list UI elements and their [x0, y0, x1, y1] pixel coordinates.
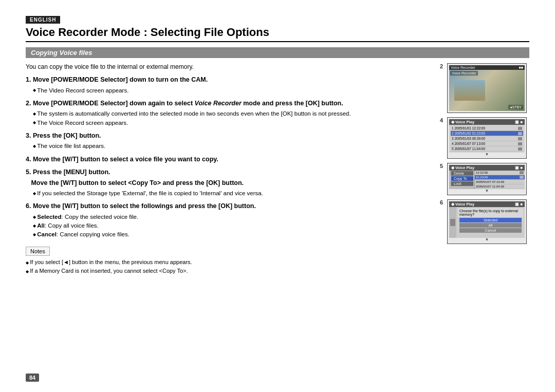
screen-5-title: ◆ Voice Play: [451, 165, 474, 170]
menu-file-3-date: 2005/01/07 07:13:00: [476, 180, 504, 183]
step-1-title: 1. Move [POWER/MODE Selector] down to tu…: [26, 76, 437, 85]
step-5-subtitle: Move the [W/T] button to select <Copy To…: [26, 179, 437, 188]
screen-5-scrollarrow: ▼: [449, 189, 525, 193]
screen-5-box: ◆ Voice Play ▣ ■ Delete Copy To Lock 12:…: [447, 163, 527, 195]
screen-6-btn-cancel: Cancel: [459, 228, 522, 233]
step-5-bullet-1: If you selected the Storage type 'Extern…: [33, 189, 437, 198]
screen-6-sd-icon: [450, 219, 455, 226]
step-3-bullets: The voice file list appears.: [26, 142, 437, 151]
section-heading: Copying Voice files: [26, 47, 529, 58]
step-5-title: 5. Press the [MENU] button.: [26, 168, 437, 177]
step-1-bullets: The Video Record screen appears.: [26, 86, 437, 95]
language-badge: ENGLISH: [26, 16, 60, 24]
screen-2-mode: Voice Recorder: [451, 66, 475, 69]
screen-2-number: 2: [440, 63, 443, 69]
screen-4-icons: ▣ ■: [515, 120, 523, 124]
menu-copyto: Copy To: [450, 176, 473, 181]
step-6-bullet-3: Cancel: Cancel copying voice files.: [33, 230, 437, 239]
screen-4: 4 ◆ Voice Play ▣ ■ 1 2005/01/01 12:22:00…: [447, 117, 529, 159]
screen-6-title: ◆ Voice Play: [451, 202, 474, 207]
left-column: You can copy the voice file to the inter…: [26, 63, 437, 276]
menu-file-4-date: 2005/01/07 11:04:00: [476, 185, 504, 188]
file-3-date: 3 2005/01/03 06:39:00: [452, 137, 485, 140]
step-6-bullet-1: Selected: Copy the selected voice file.: [33, 213, 437, 221]
screen-5-icons: ▣ ■: [515, 165, 523, 170]
step-4: 4. Move the [W/T] button to select a voi…: [26, 155, 437, 164]
step-1-bullet-1: The Video Record screen appears.: [33, 86, 437, 95]
file-3-icon: [518, 137, 522, 140]
file-item-4: 4 2005/01/07 07:13:00: [451, 141, 523, 146]
menu-file-3: 2005/01/07 07:13:00: [475, 180, 525, 184]
file-4-date: 4 2005/01/07 07:13:00: [452, 142, 485, 145]
step-2-bullets: The system is automatically converted in…: [26, 109, 437, 127]
screen-6-number: 6: [440, 199, 443, 206]
step-3-title: 3. Press the [OK] button.: [26, 132, 437, 141]
screen-2-overlay: Voice Recorder: [450, 71, 478, 76]
step-5-bullets: If you selected the Storage type 'Extern…: [26, 189, 437, 198]
screen-5: 5 ◆ Voice Play ▣ ■ Delete Copy To Lock: [447, 163, 529, 195]
screen-5-number: 5: [440, 163, 443, 169]
menu-delete: Delete: [450, 171, 473, 176]
step-2-title: 2. Move [POWER/MODE Selector] down again…: [26, 99, 437, 108]
screen-6-content: Choose the file(s) to copy to external m…: [449, 207, 525, 238]
screen-2-topbar: Voice Recorder ■■: [449, 65, 525, 70]
screen-6-btn-selected: Selected: [459, 218, 522, 222]
file-2-date: 2 2005/01/02 01:23:00: [452, 132, 485, 135]
screen-6: 6 ◆ Voice Play ▣ ■ Choose the file(s) to…: [447, 199, 529, 244]
file-4-icon: [518, 142, 522, 145]
notes-section: Notes If you select [◄] button in the me…: [26, 247, 437, 276]
screen-5-content: Delete Copy To Lock 12:22:00 01:23:00: [449, 171, 525, 189]
screen-6-scrollarrow: ▼: [449, 238, 525, 242]
screen-2-stby: ●STBY: [508, 105, 523, 109]
step-3-bullet-1: The voice file list appears.: [33, 142, 437, 151]
step-1: 1. Move [POWER/MODE Selector] down to tu…: [26, 76, 437, 95]
screen-2-thumbnail: [454, 80, 485, 101]
menu-lock: Lock: [450, 181, 473, 186]
screen-6-btn-all: All: [459, 223, 522, 228]
file-item-2: 2 2005/01/02 01:23:00: [451, 131, 523, 136]
step-2-bullet-1: The system is automatically converted in…: [33, 109, 437, 118]
file-2-icon: [518, 132, 522, 135]
note-1: If you select [◄] button in the menu, th…: [26, 258, 437, 267]
step-2-bullet-2: The Voice Record screen appears.: [33, 119, 437, 127]
screen-4-number: 4: [440, 117, 443, 123]
screen-5-titlebar: ◆ Voice Play ▣ ■: [449, 165, 525, 171]
screen-2-image: Voice Recorder ●STBY: [449, 70, 525, 111]
note-2: If a Memory Card is not inserted, you ca…: [26, 267, 437, 276]
screen-6-icons: ▣ ■: [515, 202, 523, 207]
file-item-3: 3 2005/01/03 06:39:00: [451, 136, 523, 141]
screen-4-filelist: 1 2005/01/01 12:22:00 2 2005/01/02 01:23…: [449, 125, 525, 153]
file-5-date: 5 2005/01/07 11:04:00: [452, 147, 485, 151]
screen-4-box: ◆ Voice Play ▣ ■ 1 2005/01/01 12:22:00 2…: [447, 117, 527, 159]
notes-content: If you select [◄] button in the menu, th…: [26, 258, 437, 276]
step-6: 6. Move the [W/T] button to select the f…: [26, 202, 437, 239]
menu-file-2-icon: [520, 176, 524, 179]
screen-5-menu: Delete Copy To Lock: [449, 171, 475, 189]
menu-file-1-time: 12:22:00: [476, 171, 488, 174]
screen-6-prompt: Choose the file(s) to copy to external m…: [458, 208, 523, 217]
step-4-title: 4. Move the [W/T] button to select a voi…: [26, 155, 437, 164]
menu-file-1-icon: [520, 171, 524, 174]
screen-2-battery: ■■: [519, 66, 523, 69]
step-6-bullet-2: All: Copy all voice files.: [33, 221, 437, 230]
menu-file-1: 12:22:00: [475, 171, 525, 175]
screen-6-dialog: Choose the file(s) to copy to external m…: [456, 207, 525, 238]
intro-text: You can copy the voice file to the inter…: [26, 63, 437, 70]
page-number: 84: [26, 374, 39, 382]
screen-4-titlebar: ◆ Voice Play ▣ ■: [449, 119, 525, 125]
screen-6-sidebar: [449, 207, 456, 238]
file-5-icon: [518, 147, 522, 151]
page-container: ENGLISH Voice Recorder Mode : Selecting …: [0, 0, 555, 392]
step-3: 3. Press the [OK] button. The voice file…: [26, 132, 437, 151]
page-title: Voice Recorder Mode : Selecting File Opt…: [26, 26, 529, 42]
screen-6-box: ◆ Voice Play ▣ ■ Choose the file(s) to c…: [447, 199, 527, 244]
screen-5-filelist: 12:22:00 01:23:00 2005/01/07 07:13:00: [475, 171, 525, 189]
content-area: You can copy the voice file to the inter…: [26, 63, 529, 276]
right-column: 2 Voice Recorder ■■ Voice Recorder ●STBY…: [447, 63, 529, 276]
notes-label: Notes: [26, 247, 50, 256]
menu-file-2: 01:23:00: [475, 175, 525, 180]
screen-4-scrollarrow: ▼: [449, 153, 525, 157]
step-6-title: 6. Move the [W/T] button to select the f…: [26, 202, 437, 211]
file-item-5: 5 2005/01/07 11:04:00: [451, 146, 523, 152]
file-1-icon: [518, 127, 522, 130]
